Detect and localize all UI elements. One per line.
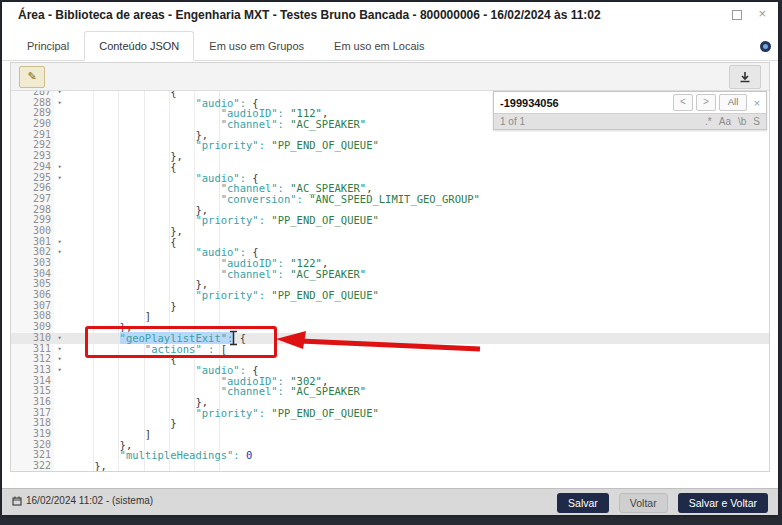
- search-all-button[interactable]: All: [719, 94, 747, 111]
- fold-arrow-icon: [54, 386, 65, 397]
- search-status-row: 1 of 1 .* Aa \b S: [494, 113, 766, 129]
- fold-arrow-icon: [54, 215, 65, 226]
- fold-arrow-icon: [54, 130, 65, 141]
- code-text: "conversion": "ANC_SPEED_LIMIT_GEO_GROUP…: [65, 194, 769, 205]
- fold-arrow-icon: [54, 450, 65, 461]
- search-panel: -199934056 < > All × 1 of 1 .* Aa \b S: [493, 91, 767, 130]
- code-line-297[interactable]: 297 "conversion": "ANC_SPEED_LIMIT_GEO_G…: [11, 194, 769, 205]
- search-word-toggle[interactable]: \b: [738, 116, 746, 127]
- calendar-icon: [12, 496, 22, 506]
- code-text: }: [65, 301, 769, 312]
- fold-arrow-icon[interactable]: ▾: [54, 173, 65, 184]
- tab-conteudo-json[interactable]: Conteúdo JSON: [84, 31, 194, 61]
- fold-arrow-icon: [54, 108, 65, 119]
- search-case-toggle[interactable]: Aa: [719, 116, 731, 127]
- tab-em-uso-em-grupos[interactable]: Em uso em Grupos: [194, 31, 319, 60]
- search-close-icon[interactable]: ×: [750, 97, 764, 109]
- search-input[interactable]: -199934056: [494, 97, 673, 109]
- salvar-button[interactable]: Salvar: [557, 493, 609, 513]
- code-text: "audio": {: [65, 365, 769, 376]
- fold-arrow-icon: [54, 461, 65, 471]
- fold-arrow-icon: [54, 205, 65, 216]
- fold-arrow-icon[interactable]: ▾: [54, 344, 65, 355]
- tab-principal[interactable]: Principal: [12, 31, 84, 60]
- timestamp: 16/02/2024 11:02 - (sistema): [12, 495, 153, 506]
- code-line-321[interactable]: 321 "multipleHeadings": 0: [11, 450, 769, 461]
- code-line-310[interactable]: 310▾ "geoPlaylistExit": {: [11, 333, 769, 344]
- search-row: -199934056 < > All ×: [494, 92, 766, 113]
- search-match-count: 1 of 1: [494, 116, 705, 127]
- fold-arrow-icon[interactable]: ▾: [54, 98, 65, 109]
- voltar-button[interactable]: Voltar: [619, 493, 668, 513]
- line-number: 297: [11, 194, 54, 205]
- line-number: 294: [11, 162, 54, 173]
- fold-arrow-icon: [54, 408, 65, 419]
- fold-arrow-icon[interactable]: ▾: [54, 237, 65, 248]
- fold-arrow-icon: [54, 322, 65, 333]
- fold-arrow-icon: [54, 140, 65, 151]
- json-editor: ✎ 287▾ {288▾ "audio": {289 "audioID: [10, 62, 770, 472]
- code-text: ]: [65, 311, 769, 322]
- code-line-313[interactable]: 313▾ "audio": {: [11, 365, 769, 376]
- fold-arrow-icon[interactable]: ▾: [54, 247, 65, 258]
- fold-arrow-icon[interactable]: ▾: [54, 162, 65, 173]
- fold-arrow-icon[interactable]: ▾: [54, 354, 65, 365]
- code-text: "multipleHeadings": 0: [65, 450, 769, 461]
- download-icon: [739, 71, 751, 83]
- maximize-icon[interactable]: [732, 10, 742, 20]
- code-text: },: [65, 461, 769, 471]
- code-lines: 287▾ {288▾ "audio": {289 "audioID": "112…: [11, 91, 769, 471]
- fold-arrow-icon: [54, 119, 65, 130]
- area-dialog: Área - Biblioteca de areas - Engenharia …: [2, 2, 778, 515]
- fold-arrow-icon: [54, 301, 65, 312]
- code-line-322[interactable]: 322 },: [11, 461, 769, 471]
- code-text: {: [65, 162, 769, 173]
- timestamp-text: 16/02/2024 11:02 - (sistema): [26, 495, 153, 506]
- fold-arrow-icon: [54, 226, 65, 237]
- fold-arrow-icon: [54, 290, 65, 301]
- fold-arrow-icon: [54, 194, 65, 205]
- fold-arrow-icon: [54, 311, 65, 322]
- code-text: }: [65, 418, 769, 429]
- fold-arrow-icon: [54, 258, 65, 269]
- code-text: ]: [65, 429, 769, 440]
- tab-em-uso-em-locais[interactable]: Em uso em Locais: [319, 31, 439, 60]
- close-icon[interactable]: ×: [758, 6, 766, 22]
- status-dot-icon[interactable]: [760, 41, 771, 52]
- edit-pencil-icon[interactable]: ✎: [19, 66, 45, 88]
- fold-arrow-icon: [54, 269, 65, 280]
- fold-arrow-icon: [54, 440, 65, 451]
- fold-arrow-icon: [54, 279, 65, 290]
- fold-arrow-icon: [54, 429, 65, 440]
- search-regex-toggle[interactable]: .*: [705, 116, 712, 127]
- dialog-footer: 16/02/2024 11:02 - (sistema) Salvar Volt…: [2, 488, 778, 515]
- code-line-294[interactable]: 294▾ {: [11, 162, 769, 173]
- tab-bar: Principal Conteúdo JSON Em uso em Grupos…: [2, 28, 778, 61]
- dialog-titlebar: Área - Biblioteca de areas - Engenharia …: [2, 2, 778, 28]
- fold-arrow-icon: [54, 183, 65, 194]
- fold-arrow-icon[interactable]: ▾: [54, 91, 65, 98]
- line-number: 322: [11, 461, 54, 471]
- fold-arrow-icon: [54, 397, 65, 408]
- download-button[interactable]: [729, 65, 761, 89]
- code-viewport[interactable]: 287▾ {288▾ "audio": {289 "audioID": "112…: [11, 91, 769, 471]
- line-number: 313: [11, 365, 54, 376]
- line-number: 310: [11, 333, 54, 344]
- search-prev-button[interactable]: <: [673, 94, 693, 111]
- editor-toolbar: ✎: [11, 63, 769, 91]
- search-selection-toggle[interactable]: S: [753, 116, 760, 127]
- dialog-title: Área - Biblioteca de areas - Engenharia …: [18, 8, 601, 22]
- salvar-e-voltar-button[interactable]: Salvar e Voltar: [678, 493, 768, 513]
- fold-arrow-icon[interactable]: ▾: [54, 333, 65, 344]
- search-next-button[interactable]: >: [696, 94, 716, 111]
- fold-arrow-icon: [54, 418, 65, 429]
- fold-arrow-icon: [54, 151, 65, 162]
- fold-arrow-icon[interactable]: ▾: [54, 365, 65, 376]
- fold-arrow-icon: [54, 376, 65, 387]
